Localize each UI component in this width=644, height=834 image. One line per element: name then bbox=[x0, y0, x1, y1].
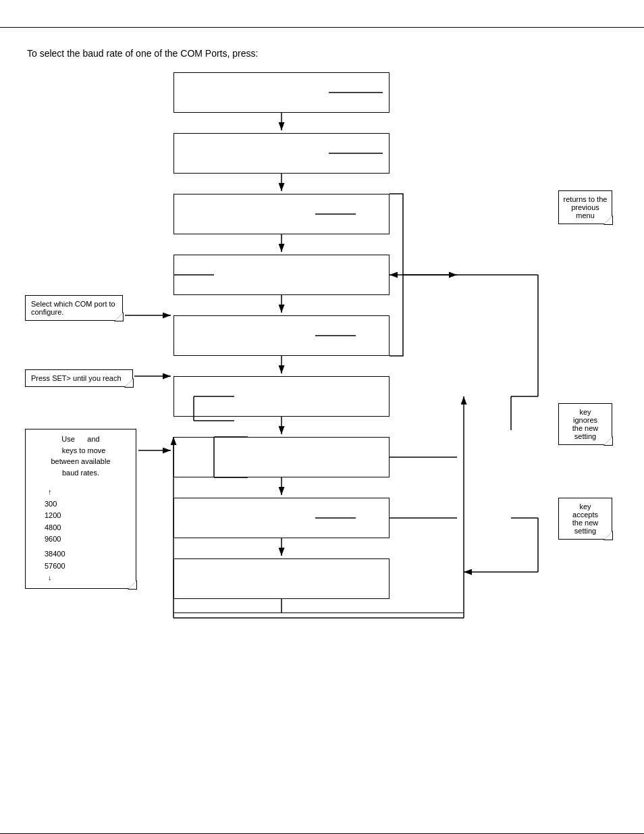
callout-press-set: Press SET> until you reach bbox=[25, 369, 133, 387]
flow-box-3 bbox=[173, 194, 390, 234]
flow-box-8 bbox=[173, 498, 390, 538]
callout-use-keys: Use and keys to move between available b… bbox=[25, 429, 136, 589]
flow-box-2 bbox=[173, 133, 390, 174]
flow-box-9 bbox=[173, 558, 390, 599]
baud-rate-38400: 38400 bbox=[45, 548, 65, 561]
baud-rate-4800: 4800 bbox=[45, 522, 61, 534]
callout-returns-previous: returns to the previous menu bbox=[558, 190, 612, 224]
top-rule bbox=[0, 27, 644, 28]
flow-box-bottom bbox=[173, 613, 464, 623]
flow-box-6 bbox=[173, 376, 390, 417]
arrow-up-indicator: ↑ bbox=[48, 486, 52, 498]
diagram-container: returns to the previous menu Select whic… bbox=[25, 72, 619, 626]
baud-rate-1200: 1200 bbox=[45, 510, 61, 522]
arrow-down-indicator: ↓ bbox=[48, 572, 52, 584]
page: To select the baud rate of one of the CO… bbox=[0, 27, 644, 834]
flow-box-5 bbox=[173, 315, 390, 356]
key-accepts-text: keyacceptsthe newsetting bbox=[572, 502, 599, 535]
callout-key-accepts: keyacceptsthe newsetting bbox=[558, 498, 612, 540]
flow-box-7 bbox=[173, 437, 390, 477]
callout-select-com: Select which COM port to configure. bbox=[25, 295, 123, 321]
intro-text: To select the baud rate of one of the CO… bbox=[27, 48, 644, 59]
use-keys-text: Use and keys to move between available b… bbox=[31, 434, 130, 478]
baud-rate-9600: 9600 bbox=[45, 533, 61, 546]
key-ignores-text: keyignoresthe newsetting bbox=[572, 408, 599, 440]
baud-rate-57600: 57600 bbox=[45, 561, 65, 573]
flow-box-4 bbox=[173, 255, 390, 295]
callout-key-ignores: keyignoresthe newsetting bbox=[558, 403, 612, 445]
baud-rate-300: 300 bbox=[45, 498, 57, 511]
flow-box-1 bbox=[173, 72, 390, 113]
